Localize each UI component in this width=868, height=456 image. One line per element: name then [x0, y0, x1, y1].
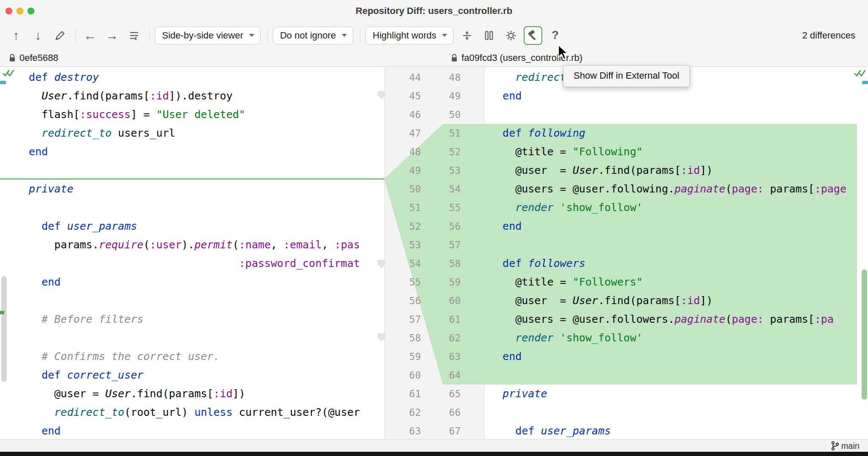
- lock-icon: [450, 53, 458, 63]
- forward-button[interactable]: →: [103, 26, 121, 45]
- code-line: @title = "Following": [490, 143, 868, 161]
- code-line: end: [490, 87, 868, 105]
- line-numbers: 5660: [385, 291, 484, 310]
- code-line: @users = @user.followers.paginate(page: …: [490, 310, 868, 329]
- right-code-pane[interactable]: redirect_to users_url end def following …: [484, 67, 868, 439]
- git-branch-widget[interactable]: main: [830, 440, 860, 452]
- show-diff-in-external-tool-button[interactable]: [524, 26, 542, 45]
- line-numbers: 4751: [385, 124, 484, 143]
- code-line: end: [16, 422, 385, 439]
- code-line: end: [490, 217, 868, 236]
- code-line: [490, 105, 868, 124]
- code-line: end: [490, 347, 868, 366]
- window-bottom-edge: [0, 452, 868, 456]
- code-line: def user_params: [16, 217, 385, 236]
- window-title: Repository Diff: users_controller.rb: [0, 0, 868, 22]
- toolbar-separator: [149, 28, 150, 43]
- line-numbers: 5054: [385, 180, 484, 198]
- line-numbers: 4650: [385, 105, 484, 124]
- collapse-unchanged-button[interactable]: [458, 26, 476, 45]
- line-numbers: 5155: [385, 198, 484, 217]
- left-code: def destroy User.find(params[:id]).destr…: [0, 68, 385, 439]
- left-code-pane[interactable]: def destroy User.find(params[:id]).destr…: [0, 67, 385, 439]
- split-columns-icon: [483, 30, 495, 41]
- line-number-gutter: 4448454946504751485249535054515552565357…: [385, 67, 484, 439]
- code-line: flash[:success] = "User deleted": [16, 105, 385, 124]
- code-line: @user = User.find(params[:id]): [490, 161, 868, 180]
- tooltip: Show Diff in External Tool: [563, 65, 690, 87]
- code-line: # Confirms the correct user.: [16, 347, 385, 366]
- code-line: @title = "Followers": [490, 273, 868, 291]
- code-line: :password_confirmat: [16, 254, 385, 273]
- git-branch-icon: [830, 441, 840, 451]
- code-line: def user_params: [490, 422, 868, 439]
- code-line: def following: [490, 124, 868, 143]
- code-line: @user = User.find(params[:id]): [490, 291, 868, 310]
- line-numbers: 5862: [385, 329, 484, 347]
- line-numbers: 5963: [385, 347, 484, 366]
- toolbar: ↑ ↓ ← → Side-by-side viewer Do not ignor…: [0, 22, 868, 49]
- highlight-mode-label: Highlight words: [373, 30, 436, 41]
- change-marker-teal-left[interactable]: [0, 81, 6, 84]
- pane-headers: 0efe5688 fa09fcd3 (users_controller.rb): [0, 49, 868, 67]
- code-line: end: [16, 143, 385, 161]
- all-changes-applied-icon-right: [854, 68, 866, 79]
- mouse-cursor: [558, 44, 572, 63]
- previous-difference-button[interactable]: ↑: [7, 26, 25, 45]
- back-button[interactable]: ←: [81, 26, 99, 45]
- left-scrollbar-thumb[interactable]: [1, 276, 7, 382]
- gear-icon: [505, 29, 517, 42]
- changed-files-list-button[interactable]: [125, 26, 143, 45]
- insertion-marker-line: [0, 178, 385, 180]
- code-line: [490, 366, 868, 385]
- line-numbers: 5761: [385, 310, 484, 329]
- toolbar-separator: [267, 28, 268, 43]
- line-numbers: 5458: [385, 254, 484, 273]
- toolbar-separator: [75, 28, 76, 43]
- whitespace-ignore-label: Do not ignore: [280, 30, 336, 41]
- change-marker-green-left[interactable]: [0, 311, 4, 314]
- right-code: redirect_to users_url end def following …: [484, 68, 868, 439]
- pane-divider: [385, 67, 385, 439]
- code-line: private: [490, 385, 868, 403]
- code-line: User.find(params[:id]).destroy: [16, 87, 385, 105]
- pane-divider: [484, 67, 484, 124]
- left-revision-header: 0efe5688: [8, 49, 58, 67]
- line-numbers: 4852: [385, 143, 484, 161]
- line-numbers: 5357: [385, 236, 484, 254]
- tooltip-text: Show Diff in External Tool: [574, 70, 679, 81]
- change-marker-teal-right[interactable]: [862, 81, 868, 84]
- code-line: @user = User.find(params[:id]): [16, 385, 385, 403]
- diff-content: def destroy User.find(params[:id]).destr…: [0, 67, 868, 439]
- all-changes-applied-icon-left: [2, 68, 15, 79]
- edit-source-button[interactable]: [51, 26, 69, 45]
- code-line: private: [16, 180, 385, 198]
- highlight-mode-select[interactable]: Highlight words: [365, 27, 453, 44]
- code-line: def followers: [490, 254, 868, 273]
- code-line: [490, 236, 868, 254]
- right-scrollbar-thumb[interactable]: [862, 269, 867, 400]
- whitespace-ignore-select[interactable]: Do not ignore: [273, 27, 353, 44]
- settings-button[interactable]: [502, 26, 520, 45]
- code-line: end: [16, 273, 385, 291]
- code-line: render 'show_follow': [490, 329, 868, 347]
- sync-scrolling-button[interactable]: [480, 26, 498, 45]
- code-line: def correct_user: [16, 366, 385, 385]
- code-line: [16, 161, 385, 180]
- differences-count: 2 differences: [802, 30, 855, 41]
- code-line: params.require(:user).permit(:name, :ema…: [16, 236, 385, 254]
- line-numbers: 5256: [385, 217, 484, 236]
- line-numbers: 4549: [385, 87, 484, 105]
- line-numbers: 4448: [385, 68, 484, 87]
- line-numbers: 5559: [385, 273, 484, 291]
- code-line: [490, 403, 868, 422]
- status-bar: main: [0, 439, 868, 452]
- viewer-mode-label: Side-by-side viewer: [162, 30, 243, 41]
- code-line: redirect_to users_url: [16, 124, 385, 143]
- code-line: [16, 291, 385, 310]
- help-button[interactable]: ?: [546, 26, 564, 45]
- viewer-mode-select[interactable]: Side-by-side viewer: [155, 27, 261, 44]
- line-numbers: 6367: [385, 422, 484, 439]
- toolbar-separator: [360, 28, 360, 43]
- next-difference-button[interactable]: ↓: [29, 26, 47, 45]
